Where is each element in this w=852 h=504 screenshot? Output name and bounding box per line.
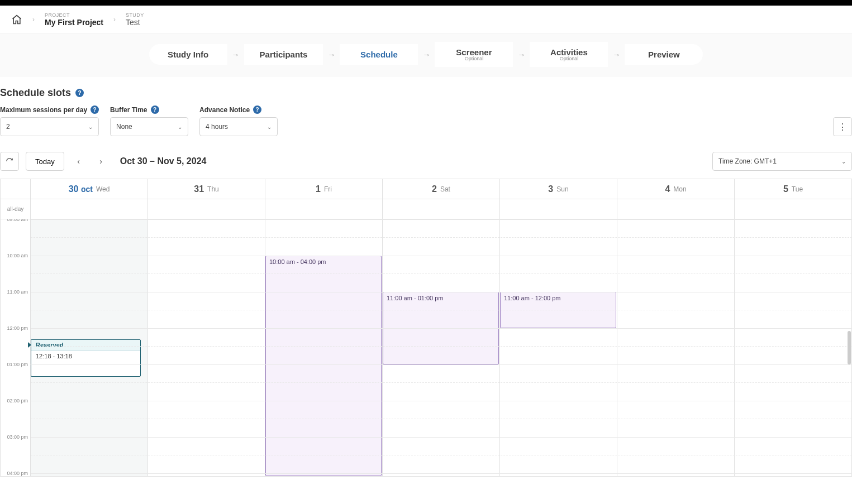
calendar-grid: 09:00 am 10:00 am 11:00 am 12:00 pm 01:0…: [1, 219, 852, 476]
day-of-week: Fri: [324, 185, 332, 193]
time-label: 12:00 pm: [7, 325, 28, 331]
allday-cell[interactable]: [148, 199, 265, 219]
breadcrumb: › PROJECT My First Project › STUDY Test: [0, 6, 852, 34]
day-header-sat[interactable]: 2 Sat: [383, 179, 500, 199]
step-label: Preview: [640, 50, 687, 59]
advance-notice-select[interactable]: 4 hours ⌄: [199, 117, 278, 136]
day-header-sun[interactable]: 3 Sun: [500, 179, 617, 199]
step-label: Schedule: [355, 50, 402, 59]
event-time: 11:00 am - 01:00 pm: [387, 295, 444, 301]
next-week-button[interactable]: ›: [93, 153, 109, 169]
day-of-week: Thu: [207, 185, 219, 193]
event-reserved[interactable]: Reserved 12:18 - 13:18: [31, 339, 141, 377]
event-slot[interactable]: 11:00 am - 01:00 pm: [383, 292, 499, 364]
day-column-thu[interactable]: [148, 219, 265, 476]
advance-notice-label: Advance Notice: [199, 106, 250, 114]
chevron-right-icon: ›: [99, 157, 102, 166]
day-header-thu[interactable]: 31 Thu: [148, 179, 265, 199]
max-sessions-label: Maximum sessions per day: [0, 106, 87, 114]
step-label: Study Info: [165, 50, 212, 59]
refresh-button[interactable]: [0, 152, 19, 171]
arrow-right-icon: →: [515, 50, 527, 59]
more-options-button[interactable]: ⋮: [833, 117, 852, 136]
breadcrumb-study[interactable]: STUDY Test: [126, 12, 144, 27]
step-activities[interactable]: Activities Optional: [530, 42, 608, 67]
chevron-down-icon: ⌄: [88, 124, 93, 130]
day-headers: 30 oct Wed 31 Thu 1 Fri 2 Sat 3 Sun 4 Mo…: [1, 179, 852, 199]
breadcrumb-study-value: Test: [126, 18, 144, 27]
step-screener[interactable]: Screener Optional: [435, 42, 513, 67]
arrow-right-icon: →: [230, 50, 242, 59]
timezone-select[interactable]: Time Zone: GMT+1 ⌄: [712, 152, 852, 171]
steps-nav: Study Info → Participants → Schedule → S…: [0, 34, 852, 77]
prev-week-button[interactable]: ‹: [71, 153, 87, 169]
day-of-week: Mon: [673, 185, 686, 193]
time-label: 10:00 am: [7, 253, 28, 258]
step-schedule[interactable]: Schedule: [340, 44, 418, 65]
scrollbar-thumb[interactable]: [848, 331, 851, 364]
allday-cell[interactable]: [31, 199, 148, 219]
day-number: 3: [548, 184, 553, 194]
allday-cell[interactable]: [617, 199, 735, 219]
top-black-bar: [0, 0, 852, 6]
chevron-right-icon: ›: [113, 16, 116, 23]
chevron-down-icon: ⌄: [267, 124, 272, 130]
allday-cell[interactable]: [500, 199, 617, 219]
time-label: 03:00 pm: [7, 434, 28, 440]
step-study-info[interactable]: Study Info: [149, 44, 227, 65]
day-column-sun[interactable]: 11:00 am - 12:00 pm: [500, 219, 617, 476]
breadcrumb-project-label: PROJECT: [45, 12, 103, 18]
step-preview[interactable]: Preview: [625, 44, 703, 65]
allday-cell[interactable]: [735, 199, 852, 219]
time-label: 11:00 am: [7, 289, 28, 295]
kebab-icon: ⋮: [838, 122, 847, 132]
allday-cell[interactable]: [265, 199, 383, 219]
help-icon[interactable]: ?: [253, 105, 261, 114]
event-slot[interactable]: 10:00 am - 04:00 pm: [265, 256, 382, 476]
allday-cell[interactable]: [383, 199, 500, 219]
advance-notice-group: Advance Notice ? 4 hours ⌄: [199, 105, 278, 136]
chevron-down-icon: ⌄: [841, 159, 846, 165]
buffer-time-label: Buffer Time: [110, 106, 147, 114]
help-icon[interactable]: ?: [151, 105, 159, 114]
buffer-time-select[interactable]: None ⌄: [110, 117, 188, 136]
event-slot[interactable]: 11:00 am - 12:00 pm: [500, 292, 616, 328]
time-label: 01:00 pm: [7, 362, 28, 367]
event-time: 11:00 am - 12:00 pm: [504, 295, 561, 301]
max-sessions-select[interactable]: 2 ⌄: [0, 117, 99, 136]
day-of-week: Sun: [556, 185, 568, 193]
day-of-week: Tue: [792, 185, 803, 193]
day-header-fri[interactable]: 1 Fri: [265, 179, 383, 199]
day-column-tue[interactable]: [735, 219, 852, 476]
date-range-label: Oct 30 – Nov 5, 2024: [120, 156, 207, 166]
chevron-left-icon: ‹: [77, 157, 80, 166]
day-column-sat[interactable]: 11:00 am - 01:00 pm: [383, 219, 500, 476]
breadcrumb-project[interactable]: PROJECT My First Project: [45, 12, 103, 27]
chevron-right-icon: ›: [32, 16, 35, 23]
day-header-wed[interactable]: 30 oct Wed: [31, 179, 148, 199]
step-participants[interactable]: Participants: [244, 44, 323, 65]
calendar: 30 oct Wed 31 Thu 1 Fri 2 Sat 3 Sun 4 Mo…: [0, 179, 852, 477]
breadcrumb-study-label: STUDY: [126, 12, 144, 18]
day-header-tue[interactable]: 5 Tue: [735, 179, 852, 199]
day-of-week: Wed: [96, 185, 110, 193]
step-label: Participants: [260, 50, 308, 59]
max-sessions-group: Maximum sessions per day ? 2 ⌄: [0, 105, 99, 136]
day-column-wed[interactable]: Reserved 12:18 - 13:18: [31, 219, 148, 476]
day-header-mon[interactable]: 4 Mon: [617, 179, 735, 199]
day-column-fri[interactable]: 10:00 am - 04:00 pm: [265, 219, 383, 476]
event-time: 12:18 - 13:18: [31, 351, 140, 362]
help-icon[interactable]: ?: [75, 89, 84, 97]
home-icon[interactable]: [11, 14, 22, 25]
day-number: 4: [665, 184, 670, 194]
day-number: 1: [316, 184, 321, 194]
today-button[interactable]: Today: [26, 152, 64, 171]
calendar-toolbar: Today ‹ › Oct 30 – Nov 5, 2024 Time Zone…: [0, 146, 852, 179]
day-column-mon[interactable]: [617, 219, 735, 476]
help-icon[interactable]: ?: [91, 105, 99, 114]
day-number: 31: [194, 184, 204, 194]
buffer-time-group: Buffer Time ? None ⌄: [110, 105, 188, 136]
time-gutter: 09:00 am 10:00 am 11:00 am 12:00 pm 01:0…: [1, 219, 31, 476]
page-title: Schedule slots: [0, 87, 71, 99]
day-number: 2: [432, 184, 437, 194]
